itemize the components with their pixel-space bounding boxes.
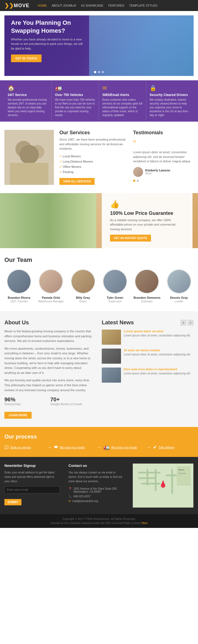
newsletter-submit-button[interactable]: SUBMIT <box>4 499 21 505</box>
newsletter-text: Enter your email address to get the late… <box>4 470 60 484</box>
location-icon: 📍 <box>68 487 72 490</box>
nav-about-joomla[interactable]: ABOUT JOOMLA! <box>52 3 76 8</box>
svg-point-3 <box>20 145 39 164</box>
services-list: Local Movers Long-Distance Movers Office… <box>59 154 128 175</box>
hero-cta-button[interactable]: GET IN TOUCH <box>11 54 42 62</box>
hero-dot-3[interactable] <box>102 71 104 73</box>
instant-quote-button[interactable]: GET AN INSTANT QUOTE <box>110 235 151 242</box>
news-content-2: Ut enim ad minim veniam Lorem ipsum dolo… <box>124 349 191 364</box>
news-section: Latest News ‹ › Lorem ipsum dolor sit am… <box>99 319 194 419</box>
news-title-2[interactable]: Ut enim ad minim veniam <box>124 349 191 352</box>
stat-months-label: Straight Months of Growth <box>50 403 94 406</box>
process-step-1-label: Book our service <box>10 446 31 449</box>
svg-rect-12 <box>147 469 148 486</box>
team-section: Our Team Brandon Rivera CEO, Founder Pam… <box>0 248 198 311</box>
svg-rect-8 <box>155 469 156 491</box>
hero-dot-2[interactable] <box>98 71 100 73</box>
about-para-3: We put honesty and quality service into … <box>4 378 94 393</box>
feature-vehicles-desc: We have more than 700 vehicles in our fl… <box>55 98 95 117</box>
team-name-5: Brandon Simmons <box>132 296 161 299</box>
news-title-3[interactable]: Duis aute irure dolor in reprehenderit <box>124 368 191 371</box>
about-news-section: About Us Mover is the fastest-growing mo… <box>0 311 198 427</box>
contact-phone: 📞 648-325-6357 <box>68 494 124 499</box>
feature-247: 🏠 24/7 Service We provide professional m… <box>4 80 52 122</box>
nav-home[interactable]: HOME <box>38 3 47 8</box>
process-step-2-label: We pack your goods <box>60 446 85 449</box>
testimonial-dot-1[interactable] <box>133 180 135 182</box>
price-banner-text: As a reliable moving company, we offer 1… <box>110 218 184 232</box>
team-role-1: CEO, Founder <box>4 300 34 303</box>
process-step-4: ✔ Safe delivery <box>153 444 194 450</box>
hero-dot-1[interactable] <box>94 71 96 73</box>
newsletter-email-input[interactable] <box>4 486 60 493</box>
nav-features[interactable]: FEATURES <box>108 3 124 8</box>
newsletter-title: Newsletter Signup <box>4 464 60 468</box>
service-packing: Packing <box>59 169 128 175</box>
view-all-services-button[interactable]: VIEW ALL SERVICES <box>59 178 95 185</box>
contact-address: 📍 1901 Avenue of the Stars Suite 200 Was… <box>68 486 124 494</box>
feature-sms-icon: ✉ <box>102 85 143 91</box>
contact-email-text: mail@domainlink.org <box>72 500 98 503</box>
process-step-2: ❤ We pack your goods <box>54 444 95 450</box>
about-para-1: Mover is the fastest-growing moving comp… <box>4 329 94 344</box>
footer: Newsletter Signup Enter your email addre… <box>0 457 198 514</box>
feature-vehicles-title: Over 750 Vehicles <box>55 93 95 97</box>
stat-referral: 96% Referral Rate <box>4 396 48 406</box>
team-role-2: Warehouse Manager <box>36 300 65 303</box>
team-name-1: Brandon Rivera <box>4 296 34 299</box>
stat-months: 70+ Straight Months of Growth <box>50 396 94 406</box>
news-header: Latest News ‹ › <box>102 319 194 326</box>
news-next-button[interactable]: › <box>188 320 194 326</box>
process-step-1: ☑ Book our service <box>4 444 45 450</box>
hero-title: Are You Planning On Swapping Homes? <box>11 19 86 35</box>
vtem-link[interactable]: Vtem <box>141 522 147 525</box>
news-item-3: Duis aute irure dolor in reprehenderit L… <box>102 368 194 383</box>
contact-text: You can always contact us via email or p… <box>68 470 124 484</box>
author-info: Kimberly Lawson Artist <box>145 169 170 175</box>
nav-k2[interactable]: K2 SHOWCASE <box>81 3 103 8</box>
news-title-1[interactable]: Lorem ipsum dolor sit amet <box>124 330 191 333</box>
process-arrow-3: → <box>146 445 151 450</box>
contact-email: ✉ mail@domainlink.org <box>68 499 124 503</box>
svg-text:Карта: Карта <box>178 468 184 471</box>
team-name-6: Dennis Gray <box>164 296 194 299</box>
feature-security-title: Security Cleared Drivers <box>150 93 190 97</box>
feature-sms: ✉ SMS/Email Alerts Every customer who or… <box>99 80 146 122</box>
contact-col: Contact us You can always contact us via… <box>64 457 128 514</box>
testimonials-title: Testimonials <box>133 130 194 136</box>
team-role-3: Driver <box>68 300 98 303</box>
price-banner-title: 100% Low Price Guarantee <box>110 210 184 216</box>
nav-template-styles[interactable]: TEMPLATE STYLES <box>129 3 158 8</box>
news-content-3: Duis aute irure dolor in reprehenderit L… <box>124 368 191 383</box>
stat-referral-value: 96% <box>4 396 48 403</box>
logo[interactable]: ❯❯ MOVE <box>4 2 29 9</box>
feature-security-desc: We employ dedicated, trained security cl… <box>150 98 190 117</box>
news-thumb-2 <box>102 349 121 364</box>
team-member-2: Pamela Ortiz Warehouse Manager <box>36 269 65 303</box>
price-banner: 👍 100% Low Price Guarantee As a reliable… <box>0 193 198 248</box>
news-thumb-1 <box>102 330 121 345</box>
team-avatar-4 <box>103 269 127 294</box>
svg-rect-11 <box>141 483 160 484</box>
phone-icon: 📞 <box>68 495 72 498</box>
price-banner-image <box>0 193 96 248</box>
logo-text: MOVE <box>14 3 29 9</box>
team-avatar-5 <box>134 269 159 294</box>
services-testimonials-section: Our Services Since 1987, we have been pr… <box>0 122 198 193</box>
news-prev-button[interactable]: ‹ <box>180 320 186 326</box>
learn-more-button[interactable]: LEARN MORE <box>4 412 32 419</box>
feature-vehicles-icon: 🚛 <box>55 85 95 91</box>
news-excerpt-1: Lorem ipsum dolor sit amet, consectetur … <box>124 334 191 338</box>
testimonial-text: Lorem ipsum dolor sit amet, consectetur … <box>133 150 194 164</box>
news-item-1: Lorem ipsum dolor sit amet Lorem ipsum d… <box>102 330 194 345</box>
feature-247-title: 24/7 Service <box>8 93 48 97</box>
team-avatar-3 <box>71 269 95 294</box>
feature-247-icon: 🏠 <box>8 85 48 91</box>
testimonial-dot-2[interactable] <box>137 180 139 182</box>
hero-dots <box>94 71 104 73</box>
map-widget[interactable]: Карта Спутник <box>133 464 194 508</box>
service-office: Office Movers <box>59 164 128 169</box>
hero-banner: Are You Planning On Swapping Homes? Whet… <box>4 15 194 76</box>
process-title: Our process <box>4 434 194 440</box>
svg-rect-4 <box>10 163 48 185</box>
